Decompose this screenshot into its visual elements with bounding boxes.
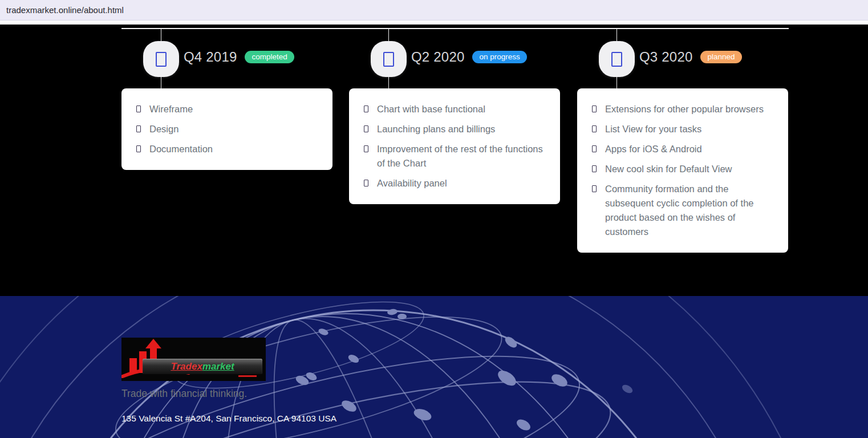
milestone-card: Extensions for other popular browsers Li… (577, 88, 788, 253)
bullet-glyph-icon (364, 145, 368, 152)
milestone-title: Q3 2020 (639, 49, 692, 65)
bullet-glyph-icon (592, 106, 597, 112)
milestone-icon-badge (599, 41, 635, 77)
milestone-icon-badge (371, 41, 407, 77)
task-item: Apps for iOS & Android (592, 142, 774, 156)
missing-glyph-icon (156, 52, 167, 67)
page-top-strip (0, 21, 868, 25)
bullet-glyph-icon (364, 125, 368, 132)
task-item: New cool skin for Default View (592, 162, 774, 176)
bullet-glyph-icon (592, 165, 597, 172)
status-badge: on progress (472, 51, 526, 63)
bullet-glyph-icon (592, 185, 597, 192)
bullet-glyph-icon (592, 125, 597, 132)
task-item: Chart with base functional (364, 102, 546, 116)
milestone-card: Chart with base functional Launching pla… (349, 88, 560, 204)
task-item: Improvement of the rest of the functions… (364, 142, 546, 171)
milestone-title: Q2 2020 (411, 49, 464, 65)
browser-url-bar[interactable]: tradexmarket.online/about.html (0, 0, 868, 21)
task-item: Launching plans and billings (364, 122, 546, 136)
bullet-glyph-icon (136, 145, 141, 152)
task-list: Extensions for other popular browsers Li… (592, 102, 774, 239)
bullet-glyph-icon (136, 125, 141, 132)
task-list: Wireframe Design Documentation (136, 102, 318, 156)
brand-wordmark: Tradexmarket (143, 359, 262, 374)
bullet-glyph-icon (364, 180, 368, 186)
bullet-glyph-icon (136, 106, 141, 112)
task-item: Design (136, 122, 318, 136)
timeline-horizontal-line (121, 28, 789, 29)
milestone-icon-badge (143, 41, 179, 77)
task-item: Documentation (136, 142, 318, 156)
bullet-glyph-icon (592, 145, 597, 152)
footer-tagline: Trade with financial thinking. (121, 388, 247, 400)
milestone-card: Wireframe Design Documentation (121, 88, 332, 170)
task-item: Availability panel (364, 176, 546, 190)
bullet-glyph-icon (364, 106, 368, 112)
missing-glyph-icon (611, 52, 622, 67)
tradexmarket-logo: Tradexmarket (121, 338, 266, 381)
brand-second: market (202, 361, 234, 372)
logo-red-dash (238, 375, 257, 377)
status-badge: completed (245, 51, 294, 63)
footer-address: 135 Valencia St #A204, San Francisco, CA… (121, 413, 336, 424)
brand-first: Tradex (171, 361, 202, 372)
task-list: Chart with base functional Launching pla… (364, 102, 546, 190)
task-item: List View for your tasks (592, 122, 774, 136)
footer: Tradexmarket Trade with financial thinki… (0, 296, 868, 438)
task-item: Community formation and the subsequent c… (592, 182, 774, 239)
task-item: Extensions for other popular browsers (592, 102, 774, 116)
missing-glyph-icon (383, 52, 394, 67)
milestone-title: Q4 2019 (184, 49, 237, 65)
status-badge: planned (700, 51, 741, 63)
task-item: Wireframe (136, 102, 318, 116)
